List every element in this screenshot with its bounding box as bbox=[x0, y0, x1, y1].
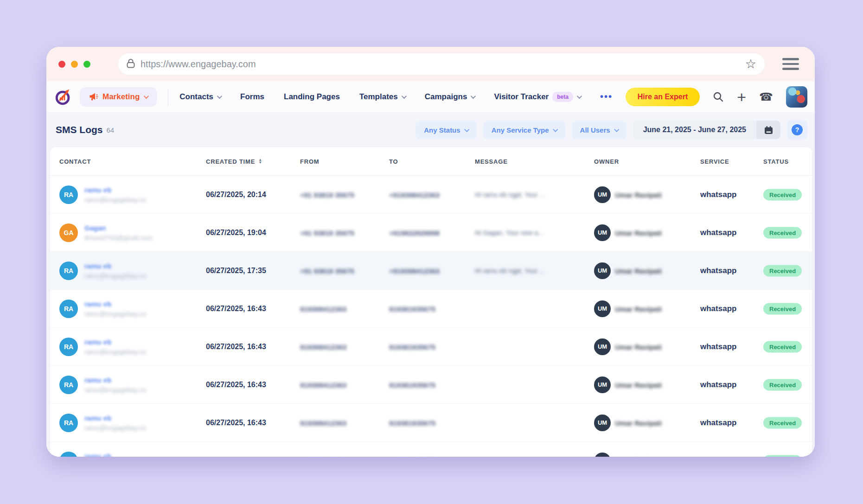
marketing-app-switcher[interactable]: Marketing bbox=[80, 87, 157, 107]
chevron-down-icon bbox=[577, 93, 582, 98]
page-header: SMS Logs 64 Any Status Any Service Type … bbox=[46, 113, 815, 147]
browser-window: https://www.engagebay.com ☆ Marketing Co… bbox=[46, 47, 815, 457]
contact-email: dmsm3793@gmail.com bbox=[84, 234, 153, 242]
contact-email: ramu@engagebay.co bbox=[84, 310, 146, 318]
service-type: whatsapp bbox=[700, 266, 736, 275]
nav-item-landing-pages[interactable]: Landing Pages bbox=[284, 92, 340, 102]
bookmark-star-icon[interactable]: ☆ bbox=[745, 58, 756, 70]
hire-an-expert-button[interactable]: Hire an Expert bbox=[626, 88, 700, 106]
contact-name-link[interactable]: ramu eb bbox=[84, 338, 146, 346]
users-filter-label: All Users bbox=[580, 126, 610, 134]
contact-name-link[interactable]: Gagan bbox=[84, 224, 153, 232]
contact-name-link[interactable]: ramu eb bbox=[84, 452, 146, 457]
table-row[interactable]: RA ramu eb ramu@engagebay.co 06/27/2025,… bbox=[50, 328, 812, 366]
contact-avatar[interactable]: GA bbox=[59, 223, 78, 242]
add-new-icon[interactable]: + bbox=[737, 90, 746, 104]
nav-item-templates[interactable]: Templates bbox=[359, 92, 405, 102]
status-badge: Received bbox=[763, 189, 802, 200]
contact-name-link[interactable]: ramu eb bbox=[84, 186, 146, 194]
contact-name-link[interactable]: ramu eb bbox=[84, 376, 146, 384]
calendar-icon[interactable] bbox=[756, 121, 780, 139]
date-range-picker[interactable]: June 21, 2025 - June 27, 2025 bbox=[633, 121, 780, 139]
phone-icon[interactable]: ☎ bbox=[759, 91, 773, 102]
browser-menu-icon[interactable] bbox=[782, 58, 799, 70]
close-window-button[interactable] bbox=[58, 61, 65, 68]
engagebay-logo-icon[interactable] bbox=[54, 87, 73, 107]
to-number: 919381935675 bbox=[389, 305, 435, 313]
from-number: +91 93819 35675 bbox=[300, 191, 354, 198]
search-icon[interactable] bbox=[713, 91, 724, 102]
service-type: whatsapp bbox=[700, 456, 736, 457]
contact-name-link[interactable]: ramu eb bbox=[84, 414, 146, 422]
contact-avatar[interactable]: RA bbox=[59, 300, 78, 318]
chevron-down-icon bbox=[471, 93, 476, 98]
service-type-filter-dropdown[interactable]: Any Service Type bbox=[483, 121, 565, 139]
status-badge: Received bbox=[763, 379, 802, 390]
megaphone-icon bbox=[89, 93, 98, 101]
nav-item-label: Landing Pages bbox=[284, 92, 340, 102]
app-navbar: Marketing Contacts Forms Landing Pages T… bbox=[46, 81, 815, 113]
page-title: SMS Logs bbox=[56, 124, 103, 135]
maximize-window-button[interactable] bbox=[83, 61, 90, 68]
from-number: 919398412363 bbox=[300, 343, 346, 351]
message-preview: Hi ramu eb ngpt, Your ... bbox=[475, 191, 545, 198]
contact-avatar[interactable]: RA bbox=[59, 376, 78, 394]
status-badge: Received bbox=[763, 303, 802, 314]
column-header-to: TO bbox=[389, 158, 398, 165]
nav-item-label: Templates bbox=[359, 92, 398, 102]
owner-avatar: UM bbox=[594, 262, 611, 279]
owner-avatar: UM bbox=[594, 376, 611, 393]
contact-name-link[interactable]: ramu eb bbox=[84, 300, 146, 308]
table-row[interactable]: RA ramu eb ramu@engagebay.co 06/27/2025,… bbox=[50, 176, 812, 214]
table-row[interactable]: RA ramu eb ramu@engagebay.co 06/27/2025,… bbox=[50, 366, 812, 404]
nav-more-menu[interactable]: ••• bbox=[600, 91, 613, 102]
table-header-row: CONTACT CREATED TIME ▲▼ FROM TO MESSAGE … bbox=[50, 147, 812, 176]
column-header-service: SERVICE bbox=[700, 158, 729, 165]
contact-avatar[interactable]: RA bbox=[59, 338, 78, 356]
contact-avatar[interactable]: RA bbox=[59, 452, 78, 457]
minimize-window-button[interactable] bbox=[71, 61, 78, 68]
sort-icon[interactable]: ▲▼ bbox=[258, 159, 262, 164]
owner-avatar: UM bbox=[594, 338, 611, 355]
contact-avatar[interactable]: RA bbox=[59, 185, 78, 204]
contact-name-link[interactable]: ramu eb bbox=[84, 262, 146, 270]
table-row[interactable]: RA ramu eb ramu@engagebay.co 06/27/2025,… bbox=[50, 442, 812, 457]
nav-item-contacts[interactable]: Contacts bbox=[179, 92, 221, 102]
from-number: +91 93819 35675 bbox=[300, 229, 354, 236]
contact-email: ramu@engagebay.co bbox=[84, 424, 146, 432]
to-number: 919381935675 bbox=[389, 419, 435, 427]
user-avatar[interactable] bbox=[786, 86, 807, 108]
service-type-filter-label: Any Service Type bbox=[492, 126, 549, 134]
contact-avatar[interactable]: RA bbox=[59, 262, 78, 280]
table-row[interactable]: GA Gagan dmsm3793@gmail.com 06/27/2025, … bbox=[50, 214, 812, 252]
owner-name: Umar Ravipati bbox=[615, 229, 662, 236]
contact-email: ramu@engagebay.co bbox=[84, 348, 146, 356]
owner-name: Umar Ravipati bbox=[615, 191, 662, 198]
created-time: 06/27/2025, 16:43 bbox=[206, 419, 266, 427]
column-header-status: STATUS bbox=[763, 158, 789, 165]
column-header-message: MESSAGE bbox=[475, 158, 508, 165]
nav-item-visitor-tracker[interactable]: Visitor Tracker beta bbox=[494, 92, 581, 102]
chevron-down-icon bbox=[464, 127, 469, 132]
from-number: 919398412363 bbox=[300, 305, 346, 313]
app-switcher-label: Marketing bbox=[102, 92, 140, 102]
table-row[interactable]: RA ramu eb ramu@engagebay.co 06/27/2025,… bbox=[50, 404, 812, 442]
lock-icon bbox=[127, 58, 135, 70]
to-number: +919398412363 bbox=[389, 191, 440, 198]
users-filter-dropdown[interactable]: All Users bbox=[572, 121, 626, 139]
nav-item-campaigns[interactable]: Campaigns bbox=[425, 92, 475, 102]
service-type: whatsapp bbox=[700, 228, 736, 237]
nav-item-forms[interactable]: Forms bbox=[240, 92, 264, 102]
created-time: 06/27/2025, 20:14 bbox=[206, 191, 266, 199]
owner-avatar: UM bbox=[594, 453, 611, 457]
date-range-text: June 21, 2025 - June 27, 2025 bbox=[633, 121, 756, 139]
address-bar[interactable]: https://www.engagebay.com ☆ bbox=[118, 53, 765, 75]
contact-avatar[interactable]: RA bbox=[59, 414, 78, 432]
status-filter-dropdown[interactable]: Any Status bbox=[416, 121, 476, 139]
browser-chrome: https://www.engagebay.com ☆ bbox=[46, 47, 815, 81]
help-button[interactable]: ? bbox=[787, 120, 807, 140]
owner-avatar: UM bbox=[594, 300, 611, 317]
owner-name: Umar Ravipati bbox=[615, 419, 662, 427]
table-row[interactable]: RA ramu eb ramu@engagebay.co 06/27/2025,… bbox=[50, 290, 812, 328]
table-row[interactable]: RA ramu eb ramu@engagebay.co 06/27/2025,… bbox=[50, 252, 812, 290]
